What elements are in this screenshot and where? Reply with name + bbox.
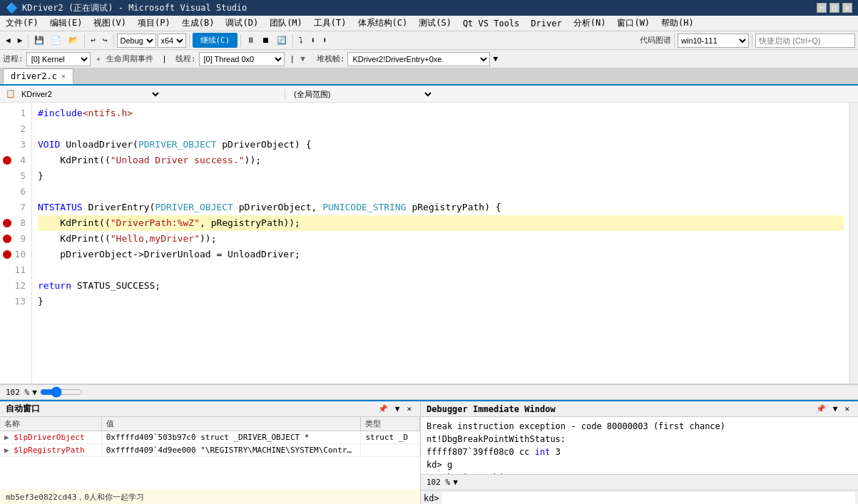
quick-launch-input[interactable] — [755, 34, 855, 48]
scope-select-right[interactable]: (全局范围) — [291, 89, 434, 99]
run-target-dropdown[interactable]: win10-111 — [678, 34, 749, 48]
tab-driver2c[interactable]: driver2.c ✕ — [3, 68, 73, 84]
line-num-13: 13 — [0, 294, 31, 309]
dbg-zoom-level: 102 % — [427, 478, 450, 487]
expand-icon[interactable]: ▶ — [4, 433, 14, 442]
code-line-5: } — [38, 168, 844, 184]
stack-dropdown[interactable]: KDriver2!DriverEntry+0xe — [347, 52, 490, 66]
back-button[interactable]: ◀ — [3, 34, 14, 46]
code-header: 📋 KDriver2 (全局范围) — [0, 86, 858, 103]
breakpoint-marker[interactable] — [3, 250, 11, 259]
code-header-right: (全局范围) — [285, 89, 858, 99]
menu-item-t[interactable]: 工具(T) — [308, 16, 352, 31]
dbg-zoom-arrow[interactable]: ▼ — [453, 478, 458, 487]
auto-pin-button[interactable]: 📌 — [375, 403, 391, 414]
open-button[interactable]: 📂 — [66, 34, 81, 46]
menu-item-p[interactable]: 项目(P) — [132, 16, 176, 31]
menu-item-f[interactable]: 文件(F) — [0, 16, 44, 31]
menu-item-h[interactable]: 帮助(H) — [655, 16, 700, 31]
step-out-button[interactable]: ⬆ — [320, 34, 330, 46]
code-line-4: KdPrint(("Unload Driver success.")); — [38, 153, 844, 168]
auto-footer-text: mb5ef3e0822cd43，0人和你一起学习 — [6, 493, 144, 502]
menu-item-v[interactable]: 视图(V) — [88, 16, 132, 31]
menu-item-e[interactable]: 编辑(E) — [44, 16, 88, 31]
process-dropdown[interactable]: [0] Kernel — [26, 52, 91, 66]
undo-button[interactable]: ↩ — [88, 34, 98, 46]
sep3: | — [290, 54, 295, 63]
auto-row-0: ▶ $lpDriverObject0xffffd409`503b97c0 str… — [0, 431, 420, 444]
dbg-zoom-bar: 102 %▼ — [421, 474, 858, 490]
minimize-button[interactable]: ─ — [817, 3, 827, 13]
zoom-slider[interactable] — [40, 388, 83, 396]
dbg-input[interactable] — [442, 492, 855, 505]
menu-item-n[interactable]: 分析(N) — [568, 16, 612, 31]
line-num-12: 12 — [0, 278, 31, 294]
save-button[interactable]: 💾 — [31, 34, 47, 46]
dbg-dropdown-button[interactable]: ▼ — [830, 403, 841, 414]
menu-item-d[interactable]: 调试(D) — [220, 16, 264, 31]
line-num-7: 7 — [0, 200, 31, 215]
code-line-7: NTSTATUS DriverEntry(PDRIVER_OBJECT pDri… — [38, 200, 844, 215]
step-over-button[interactable]: ⤵ — [296, 34, 306, 46]
menu-item-driver[interactable]: Driver — [525, 17, 567, 30]
zoom-down-button[interactable]: ▼ — [32, 388, 37, 397]
maximize-button[interactable]: □ — [829, 3, 839, 13]
platform-dropdown[interactable]: x64 — [158, 34, 186, 48]
line-num-3: 3 — [0, 137, 31, 153]
forward-button[interactable]: ▶ — [15, 34, 26, 46]
auto-cell-type — [361, 444, 420, 457]
auto-cell-name: ▶ $lpRegistryPath — [0, 444, 101, 457]
auto-dropdown-button[interactable]: ▼ — [392, 403, 403, 414]
auto-cell-name: ▶ $lpDriverObject — [0, 431, 101, 444]
bottom-area: 自动窗口 📌 ▼ ✕ 名称 值 类型 ▶ $lpDriv — [0, 400, 858, 504]
menu-item-m[interactable]: 团队(M) — [264, 16, 308, 31]
code-content[interactable]: #include <ntifs.h> VOID UnloadDriver(PDR… — [32, 103, 849, 384]
breakpoint-marker[interactable] — [3, 235, 11, 243]
window-controls: ─ □ ✕ — [817, 3, 852, 13]
tab-bar: driver2.c ✕ — [0, 68, 858, 86]
code-line-12: return STATUS_SUCCESS; — [38, 278, 844, 294]
menu-item-w[interactable]: 窗口(W) — [611, 16, 655, 31]
dbg-line-2: fffff807`39ff08c0 cc int 3 — [427, 446, 852, 458]
redo-button[interactable]: ↪ — [100, 34, 111, 46]
menu-item-qtvstools[interactable]: Qt VS Tools — [457, 17, 525, 30]
thread-dropdown[interactable]: [0] Thread 0x0 — [199, 52, 285, 66]
close-tab-button[interactable]: ✕ — [61, 72, 66, 80]
menu-item-c[interactable]: 体系结构(C) — [352, 16, 414, 31]
col-type: 类型 — [361, 417, 420, 431]
app-icon: 🔷 — [6, 2, 18, 14]
thread-label: 线程: — [175, 53, 196, 64]
code-line-8: KdPrint(("DriverPath:%wZ", pRegistryPath… — [38, 215, 844, 231]
config-dropdown[interactable]: Debug — [117, 34, 156, 48]
auto-close-button[interactable]: ✕ — [404, 403, 414, 414]
code-header-icon: 📋 — [6, 89, 16, 98]
auto-cell-type: struct _D — [361, 431, 420, 444]
filter-icon: ▼ — [300, 54, 305, 63]
dbg-header: Debugger Immediate Window 📌 ▼ ✕ — [421, 401, 858, 417]
stop-button[interactable]: ⏹ — [259, 34, 272, 46]
menu-item-s[interactable]: 测试(S) — [413, 16, 457, 31]
tab-label: driver2.c — [11, 71, 57, 81]
dbg-line-3: kd> g — [427, 458, 852, 471]
auto-row-1: ▶ $lpRegistryPath0xffffd409`4d9ee000 "\R… — [0, 444, 420, 457]
editor-scrollbar[interactable] — [849, 103, 858, 384]
code-line-11 — [38, 262, 844, 278]
new-file-button[interactable]: 📄 — [48, 34, 64, 46]
auto-window-title: 自动窗口 — [6, 403, 40, 415]
dbg-prompt: kd> — [424, 493, 439, 503]
step-into-button[interactable]: ⬇ — [307, 34, 318, 46]
expand-icon[interactable]: ▶ — [4, 446, 14, 455]
menu-item-b[interactable]: 生成(B) — [176, 16, 220, 31]
dbg-close-button[interactable]: ✕ — [842, 403, 852, 414]
dbg-controls: 📌 ▼ ✕ — [813, 403, 852, 414]
close-button[interactable]: ✕ — [842, 3, 852, 13]
pause-button[interactable]: ⏸ — [244, 34, 257, 46]
restart-button[interactable]: 🔄 — [274, 34, 290, 46]
lifecycle-label: 生命周期事件 — [106, 53, 153, 64]
dbg-pin-button[interactable]: 📌 — [813, 403, 829, 414]
breakpoint-marker[interactable] — [3, 156, 11, 165]
breakpoint-marker[interactable] — [3, 219, 11, 227]
code-header-left: 📋 KDriver2 — [0, 89, 285, 99]
scope-select-left[interactable]: KDriver2 — [19, 89, 161, 99]
continue-button[interactable]: 继续(C) — [193, 33, 238, 48]
